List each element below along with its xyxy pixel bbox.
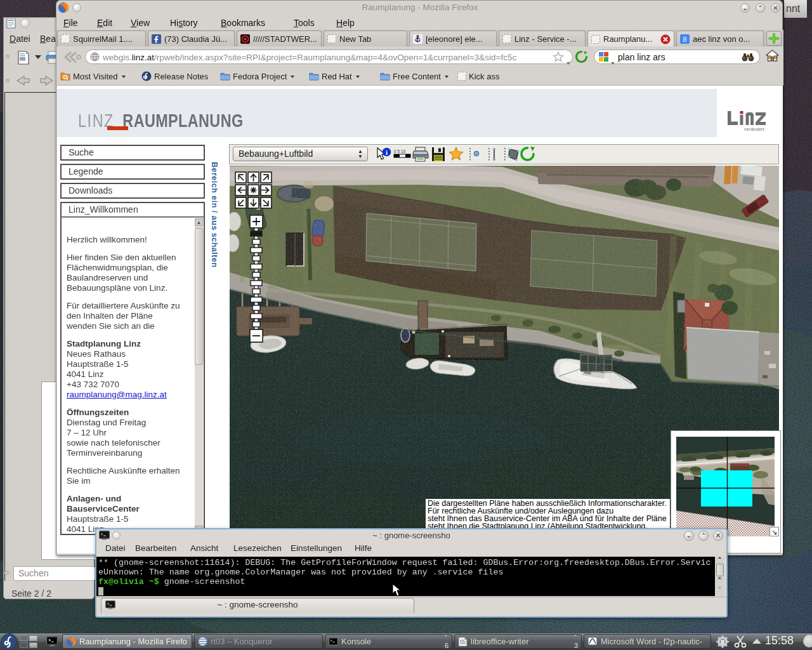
svg-text:8: 8 [683,35,686,43]
svg-text:i: i [386,149,388,156]
svg-text:0 5 10: 0 5 10 [394,149,405,154]
svg-text:verändert: verändert [744,126,765,131]
